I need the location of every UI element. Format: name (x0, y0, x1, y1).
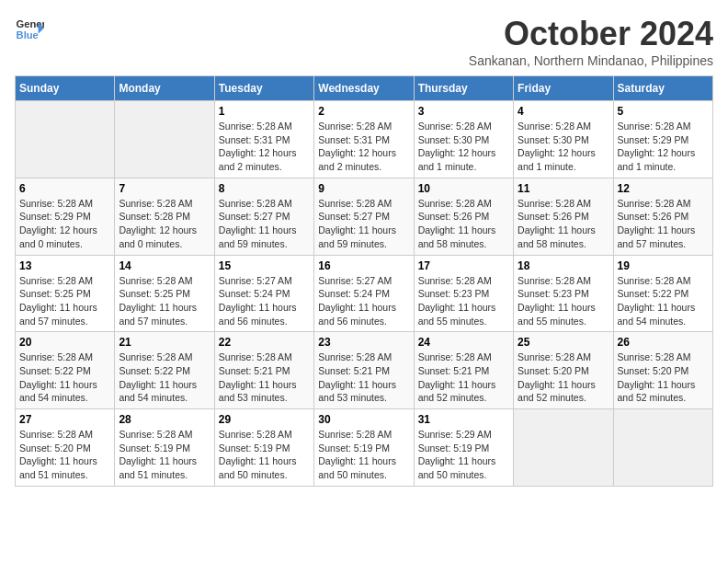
calendar-cell (613, 409, 712, 487)
day-number: 25 (518, 336, 609, 349)
day-detail: Sunrise: 5:28 AMSunset: 5:25 PMDaylight:… (19, 274, 110, 328)
calendar-cell: 28 Sunrise: 5:28 AMSunset: 5:19 PMDaylig… (115, 409, 214, 487)
calendar-cell: 20 Sunrise: 5:28 AMSunset: 5:22 PMDaylig… (16, 332, 115, 409)
calendar-cell: 8 Sunrise: 5:28 AMSunset: 5:27 PMDayligh… (214, 178, 313, 255)
calendar-week-row: 13 Sunrise: 5:28 AMSunset: 5:25 PMDaylig… (16, 255, 713, 332)
day-detail: Sunrise: 5:28 AMSunset: 5:21 PMDaylight:… (318, 350, 409, 405)
day-detail: Sunrise: 5:28 AMSunset: 5:29 PMDaylight:… (618, 120, 709, 174)
day-number: 18 (518, 259, 609, 272)
svg-text:Blue: Blue (17, 29, 39, 40)
day-detail: Sunrise: 5:28 AMSunset: 5:19 PMDaylight:… (119, 428, 210, 482)
month-title: October 2024 (469, 15, 713, 53)
calendar-cell: 22 Sunrise: 5:28 AMSunset: 5:21 PMDaylig… (214, 332, 313, 409)
day-detail: Sunrise: 5:28 AMSunset: 5:26 PMDaylight:… (418, 197, 509, 251)
day-number: 1 (219, 105, 310, 118)
day-number: 10 (418, 182, 509, 195)
calendar-cell: 2 Sunrise: 5:28 AMSunset: 5:31 PMDayligh… (314, 101, 414, 178)
day-detail: Sunrise: 5:28 AMSunset: 5:31 PMDaylight:… (219, 120, 310, 174)
location-subtitle: Sankanan, Northern Mindanao, Philippines (469, 53, 713, 68)
calendar-cell: 10 Sunrise: 5:28 AMSunset: 5:26 PMDaylig… (414, 178, 513, 255)
day-detail: Sunrise: 5:28 AMSunset: 5:27 PMDaylight:… (318, 197, 409, 251)
weekday-header: Monday (115, 76, 214, 101)
day-number: 27 (19, 413, 110, 426)
day-detail: Sunrise: 5:28 AMSunset: 5:20 PMDaylight:… (618, 350, 709, 405)
weekday-header: Tuesday (214, 76, 313, 101)
weekday-header: Sunday (16, 76, 115, 101)
day-detail: Sunrise: 5:28 AMSunset: 5:22 PMDaylight:… (19, 350, 110, 405)
weekday-header: Friday (514, 76, 613, 101)
day-number: 21 (119, 336, 210, 349)
day-number: 8 (219, 182, 310, 195)
day-detail: Sunrise: 5:28 AMSunset: 5:21 PMDaylight:… (418, 350, 509, 405)
day-number: 2 (318, 105, 409, 118)
calendar-cell: 9 Sunrise: 5:28 AMSunset: 5:27 PMDayligh… (314, 178, 414, 255)
day-number: 29 (219, 413, 310, 426)
calendar-cell: 18 Sunrise: 5:28 AMSunset: 5:23 PMDaylig… (514, 255, 613, 332)
day-detail: Sunrise: 5:28 AMSunset: 5:19 PMDaylight:… (219, 428, 310, 482)
calendar-cell: 11 Sunrise: 5:28 AMSunset: 5:26 PMDaylig… (514, 178, 613, 255)
calendar-cell (514, 409, 613, 487)
calendar-week-row: 1 Sunrise: 5:28 AMSunset: 5:31 PMDayligh… (16, 101, 713, 178)
day-detail: Sunrise: 5:28 AMSunset: 5:30 PMDaylight:… (418, 120, 509, 174)
calendar-cell: 15 Sunrise: 5:27 AMSunset: 5:24 PMDaylig… (214, 255, 313, 332)
weekday-header: Thursday (414, 76, 513, 101)
day-number: 14 (119, 259, 210, 272)
day-detail: Sunrise: 5:28 AMSunset: 5:20 PMDaylight:… (19, 428, 110, 482)
day-detail: Sunrise: 5:28 AMSunset: 5:25 PMDaylight:… (119, 274, 210, 328)
calendar-cell (115, 101, 214, 178)
day-number: 3 (418, 105, 509, 118)
calendar-week-row: 6 Sunrise: 5:28 AMSunset: 5:29 PMDayligh… (16, 178, 713, 255)
calendar-cell: 27 Sunrise: 5:28 AMSunset: 5:20 PMDaylig… (16, 409, 115, 487)
day-number: 11 (518, 182, 609, 195)
day-number: 19 (618, 259, 709, 272)
calendar-cell: 29 Sunrise: 5:28 AMSunset: 5:19 PMDaylig… (214, 409, 313, 487)
calendar-cell: 23 Sunrise: 5:28 AMSunset: 5:21 PMDaylig… (314, 332, 414, 409)
weekday-header: Saturday (613, 76, 712, 101)
day-number: 20 (19, 336, 110, 349)
page-header: General Blue October 2024 Sankanan, Nort… (15, 15, 713, 68)
logo: General Blue (15, 15, 44, 44)
day-number: 9 (318, 182, 409, 195)
calendar-cell: 7 Sunrise: 5:28 AMSunset: 5:28 PMDayligh… (115, 178, 214, 255)
calendar-cell: 25 Sunrise: 5:28 AMSunset: 5:20 PMDaylig… (514, 332, 613, 409)
calendar-cell: 30 Sunrise: 5:28 AMSunset: 5:19 PMDaylig… (314, 409, 414, 487)
calendar-cell: 14 Sunrise: 5:28 AMSunset: 5:25 PMDaylig… (115, 255, 214, 332)
day-number: 22 (219, 336, 310, 349)
calendar-cell: 6 Sunrise: 5:28 AMSunset: 5:29 PMDayligh… (16, 178, 115, 255)
day-detail: Sunrise: 5:29 AMSunset: 5:19 PMDaylight:… (418, 428, 509, 482)
day-number: 6 (19, 182, 110, 195)
calendar-week-row: 27 Sunrise: 5:28 AMSunset: 5:20 PMDaylig… (16, 409, 713, 487)
weekday-header: Wednesday (314, 76, 414, 101)
calendar-cell (16, 101, 115, 178)
calendar-header-row: SundayMondayTuesdayWednesdayThursdayFrid… (16, 76, 713, 101)
day-detail: Sunrise: 5:28 AMSunset: 5:26 PMDaylight:… (618, 197, 709, 251)
day-number: 15 (219, 259, 310, 272)
day-detail: Sunrise: 5:28 AMSunset: 5:23 PMDaylight:… (418, 274, 509, 328)
day-detail: Sunrise: 5:27 AMSunset: 5:24 PMDaylight:… (318, 274, 409, 328)
day-detail: Sunrise: 5:28 AMSunset: 5:23 PMDaylight:… (518, 274, 609, 328)
calendar-cell: 1 Sunrise: 5:28 AMSunset: 5:31 PMDayligh… (214, 101, 313, 178)
calendar-cell: 5 Sunrise: 5:28 AMSunset: 5:29 PMDayligh… (613, 101, 712, 178)
calendar-cell: 4 Sunrise: 5:28 AMSunset: 5:30 PMDayligh… (514, 101, 613, 178)
calendar-cell: 13 Sunrise: 5:28 AMSunset: 5:25 PMDaylig… (16, 255, 115, 332)
day-detail: Sunrise: 5:28 AMSunset: 5:22 PMDaylight:… (119, 350, 210, 405)
day-number: 13 (19, 259, 110, 272)
day-detail: Sunrise: 5:28 AMSunset: 5:30 PMDaylight:… (518, 120, 609, 174)
calendar-cell: 3 Sunrise: 5:28 AMSunset: 5:30 PMDayligh… (414, 101, 513, 178)
day-detail: Sunrise: 5:27 AMSunset: 5:24 PMDaylight:… (219, 274, 310, 328)
day-number: 28 (119, 413, 210, 426)
day-detail: Sunrise: 5:28 AMSunset: 5:19 PMDaylight:… (318, 428, 409, 482)
day-detail: Sunrise: 5:28 AMSunset: 5:22 PMDaylight:… (618, 274, 709, 328)
calendar-cell: 12 Sunrise: 5:28 AMSunset: 5:26 PMDaylig… (613, 178, 712, 255)
day-number: 7 (119, 182, 210, 195)
day-number: 16 (318, 259, 409, 272)
day-number: 26 (618, 336, 709, 349)
day-detail: Sunrise: 5:28 AMSunset: 5:31 PMDaylight:… (318, 120, 409, 174)
calendar-cell: 24 Sunrise: 5:28 AMSunset: 5:21 PMDaylig… (414, 332, 513, 409)
calendar-cell: 31 Sunrise: 5:29 AMSunset: 5:19 PMDaylig… (414, 409, 513, 487)
day-number: 24 (418, 336, 509, 349)
calendar-cell: 17 Sunrise: 5:28 AMSunset: 5:23 PMDaylig… (414, 255, 513, 332)
day-detail: Sunrise: 5:28 AMSunset: 5:27 PMDaylight:… (219, 197, 310, 251)
day-detail: Sunrise: 5:28 AMSunset: 5:28 PMDaylight:… (119, 197, 210, 251)
logo-icon: General Blue (15, 15, 44, 44)
